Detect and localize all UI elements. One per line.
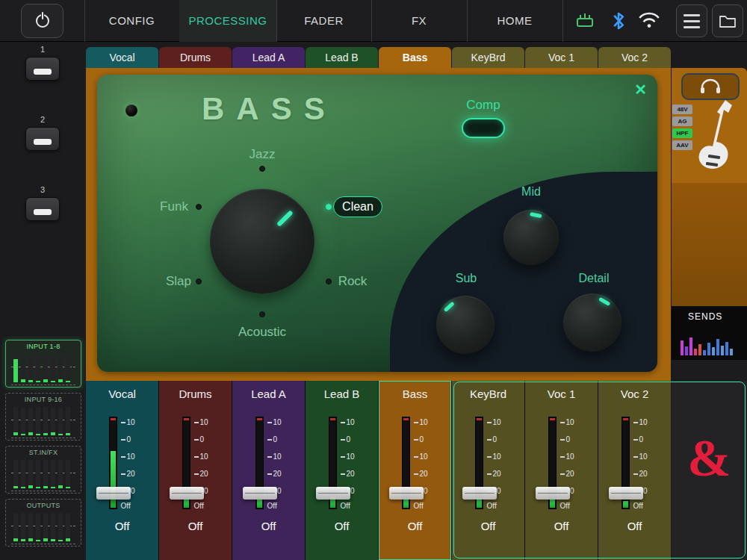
mini-meter-bar <box>66 513 70 541</box>
tick-mark <box>560 439 565 441</box>
meter-scale-label: 0 <box>200 437 205 443</box>
tab-fx[interactable]: FX <box>371 0 467 42</box>
tick-mark <box>341 439 345 441</box>
meter-scale-row: 20 <box>487 471 501 477</box>
mini-meter-bar <box>43 407 48 435</box>
fader-handle[interactable] <box>170 487 204 500</box>
strip-drums[interactable]: Drums 100102040Off Off <box>159 381 232 560</box>
channel-tab-vocal[interactable]: Vocal <box>86 47 158 68</box>
tick-mark <box>487 456 492 458</box>
mini-meter-bar <box>21 460 25 488</box>
preset-option-clean[interactable]: Clean <box>333 196 382 217</box>
meter-scale-label: Off <box>194 503 204 509</box>
meter-scale-row: 10 <box>341 420 355 426</box>
sends-bar <box>681 340 684 355</box>
channel-tab-bar: Vocal Drums Lead A Lead B Bass KeyBrd Vo… <box>86 47 671 68</box>
channel-tab-drums[interactable]: Drums <box>159 47 232 68</box>
tick-mark <box>267 456 272 458</box>
strip-voc-1[interactable]: Voc 1 100102040Off Off <box>525 381 598 560</box>
tick-mark <box>633 439 638 441</box>
meter-scale-row: 20 <box>267 471 282 477</box>
meter-group-input-9-16[interactable]: INPUT 9-16 <box>5 393 81 441</box>
meter-scale-label: 10 <box>127 420 135 426</box>
meter-scale-label: Off <box>633 503 643 509</box>
library-button[interactable] <box>712 4 743 37</box>
comp-toggle-button[interactable] <box>462 118 505 138</box>
mini-meter-bar <box>28 354 33 382</box>
preset-option-rock[interactable]: Rock <box>338 274 368 289</box>
mini-meter-bar <box>13 513 18 541</box>
preset-knob[interactable] <box>210 189 314 293</box>
preset-option-jazz[interactable]: Jazz <box>249 147 276 162</box>
preset-option-funk[interactable]: Funk <box>160 199 188 214</box>
meter-scale-label: 10 <box>347 454 355 460</box>
strip-keybrd[interactable]: KeyBrd 100102040Off Off <box>452 381 524 560</box>
meter-scale-row: 20 <box>194 471 208 477</box>
detail-knob[interactable] <box>563 293 622 352</box>
strip-lead-a[interactable]: Lead A 100102040Off Off <box>232 381 305 560</box>
tick-mark <box>194 456 199 458</box>
fader-strip-bank: Vocal 100102040Off Off Drums 100102040Of… <box>86 381 671 560</box>
meter-group-input-1-8[interactable]: INPUT 1-8 <box>5 340 81 388</box>
mid-knob[interactable] <box>503 210 559 265</box>
sends-label: SENDS <box>688 311 722 322</box>
fader-handle[interactable] <box>389 487 424 500</box>
channel-tab-lead-b[interactable]: Lead B <box>306 47 378 68</box>
fader-handle[interactable] <box>609 487 643 500</box>
tick-mark <box>633 473 638 475</box>
channel-tab-lead-a[interactable]: Lead A <box>232 47 305 68</box>
meter-scale-label: 20 <box>493 471 501 477</box>
strip-lead-b[interactable]: Lead B 100102040Off Off <box>306 381 378 560</box>
meter-scale-label: Off <box>414 503 424 509</box>
channel-tab-voc-2[interactable]: Voc 2 <box>598 47 671 68</box>
sends-panel[interactable]: SENDS <box>672 306 747 360</box>
meter-scale-row: 20 <box>560 471 574 477</box>
power-button[interactable] <box>21 4 63 38</box>
close-icon[interactable]: ✕ <box>634 81 647 99</box>
headphones-button[interactable] <box>681 73 740 100</box>
strip-voc-2[interactable]: Voc 2 100102040Off Off <box>598 381 671 560</box>
strip-vocal[interactable]: Vocal 100102040Off Off <box>86 381 158 560</box>
channel-tab-bass[interactable]: Bass <box>379 47 451 68</box>
fader-handle[interactable] <box>462 487 497 500</box>
strip-name: Voc 1 <box>525 388 598 400</box>
channel-tab-voc-1[interactable]: Voc 1 <box>525 47 598 68</box>
fader-handle[interactable] <box>536 487 570 500</box>
channel-tab-keybrd[interactable]: KeyBrd <box>452 47 524 68</box>
scenes-button[interactable] <box>676 4 707 37</box>
badge-48v[interactable]: 48V <box>672 105 692 114</box>
badge-aav[interactable]: AAV <box>672 140 692 150</box>
divider <box>562 0 563 42</box>
fader-handle[interactable] <box>316 487 350 500</box>
mini-meters <box>13 513 73 541</box>
preset-option-acoustic[interactable]: Acoustic <box>238 325 286 340</box>
meter-scale-row: Off <box>487 503 497 509</box>
tab-home[interactable]: HOME <box>467 0 562 42</box>
badge-hpf[interactable]: HPF <box>672 128 692 138</box>
meter-scale-row: 10 <box>194 420 208 426</box>
mini-meter-bar <box>58 460 63 488</box>
meter-group-stin-fx[interactable]: ST.IN/FX <box>5 446 81 494</box>
sends-bar <box>694 349 697 355</box>
tick-mark <box>487 439 492 441</box>
fader-handle[interactable] <box>243 487 277 500</box>
fader-handle[interactable] <box>96 487 131 500</box>
softkey-3[interactable] <box>25 197 60 221</box>
badge-ag[interactable]: AG <box>672 116 692 126</box>
softkey-2[interactable] <box>25 127 60 151</box>
meter-scale-row: 0 <box>633 437 644 443</box>
tick-mark <box>414 439 418 441</box>
strip-bass[interactable]: Bass 100102040Off Off <box>379 381 451 560</box>
fader-value: Off <box>379 520 451 532</box>
tab-processing[interactable]: PROCESSING <box>179 0 276 42</box>
meter-scale-row: 10 <box>121 454 135 460</box>
meter-scale-row: 20 <box>414 471 428 477</box>
preset-option-slap[interactable]: Slap <box>166 274 191 289</box>
tab-fader[interactable]: FADER <box>276 0 371 42</box>
softkey-1[interactable] <box>25 57 60 81</box>
meter-scale-row: 20 <box>121 471 135 477</box>
sub-knob[interactable] <box>436 296 495 354</box>
tab-config[interactable]: CONFIG <box>84 0 179 42</box>
meter-group-outputs[interactable]: OUTPUTS <box>5 499 81 547</box>
mini-meter-bar <box>66 460 70 488</box>
